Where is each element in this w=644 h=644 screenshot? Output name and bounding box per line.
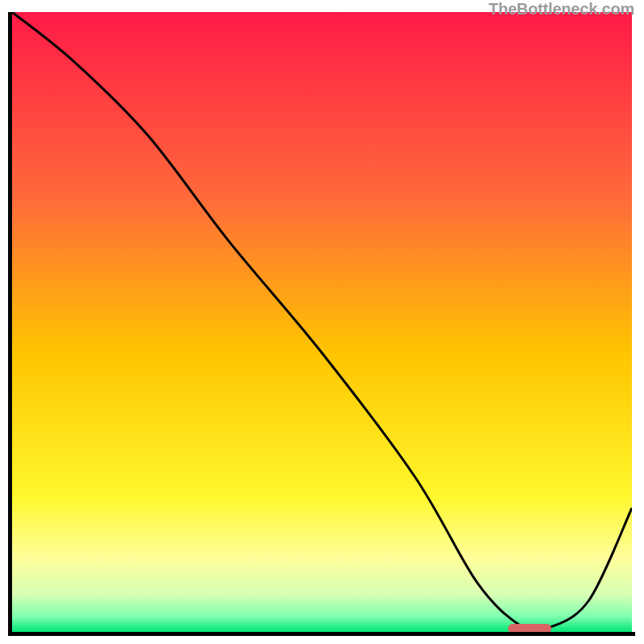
bottleneck-curve <box>12 12 632 632</box>
watermark-text: TheBottleneck.com <box>489 0 634 19</box>
chart-container: TheBottleneck.com <box>0 0 644 644</box>
x-axis <box>8 632 635 636</box>
curve-layer <box>12 12 632 632</box>
optimal-marker <box>508 624 551 632</box>
y-axis <box>8 12 12 632</box>
plot-area <box>12 12 632 632</box>
